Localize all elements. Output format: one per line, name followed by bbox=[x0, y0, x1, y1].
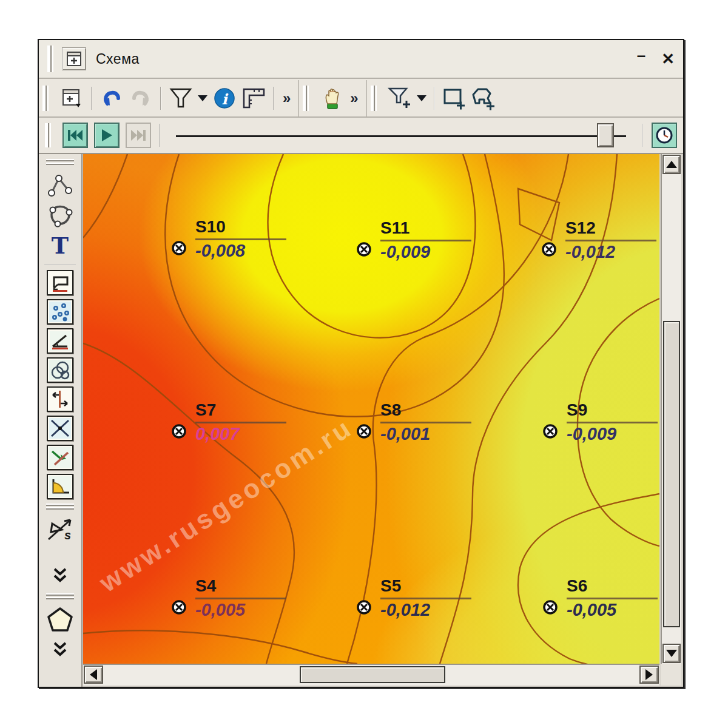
label-divider bbox=[380, 240, 471, 241]
survey-point-s12: S12-0,012 bbox=[541, 241, 557, 257]
toolbar-grip[interactable] bbox=[45, 123, 51, 148]
svg-text:s: s bbox=[64, 528, 71, 542]
point-marker-icon[interactable] bbox=[356, 241, 372, 257]
toolbar-grip[interactable] bbox=[47, 46, 53, 72]
label-divider bbox=[380, 598, 471, 599]
filter-icon[interactable] bbox=[168, 85, 194, 112]
label-divider bbox=[565, 240, 656, 241]
polygon-nodes-tool[interactable] bbox=[46, 201, 75, 229]
redo-icon[interactable] bbox=[128, 85, 153, 112]
toolbar-group-1: i » bbox=[39, 80, 299, 116]
window-title: Схема bbox=[96, 51, 140, 67]
undo-icon[interactable] bbox=[99, 85, 124, 112]
filter-dropdown-arrow[interactable] bbox=[198, 95, 207, 101]
point-marker-icon[interactable] bbox=[356, 599, 372, 615]
text-tool[interactable]: T bbox=[46, 232, 75, 260]
toolbar-grip[interactable] bbox=[371, 86, 377, 111]
survey-point-s9: S9-0,009 bbox=[542, 423, 558, 439]
horizontal-scrollbar[interactable] bbox=[83, 664, 659, 686]
toolbar-grip[interactable] bbox=[46, 159, 74, 166]
point-marker-icon[interactable] bbox=[171, 240, 187, 256]
point-marker-icon[interactable] bbox=[171, 423, 187, 439]
separator bbox=[91, 87, 92, 110]
point-name: S4 bbox=[195, 577, 298, 596]
scale-arrow-tool[interactable]: s bbox=[46, 516, 75, 544]
width-arrows-tool[interactable] bbox=[47, 386, 73, 412]
point-marker-icon[interactable] bbox=[356, 423, 372, 439]
play-button[interactable] bbox=[94, 123, 120, 148]
point-value: 0,007 bbox=[195, 424, 298, 444]
point-value: -0,009 bbox=[380, 242, 484, 262]
angle-arc-tool[interactable] bbox=[47, 474, 73, 499]
minimize-button[interactable]: – bbox=[637, 47, 645, 63]
contour-tool[interactable] bbox=[47, 270, 73, 295]
slider-track[interactable] bbox=[176, 135, 626, 137]
horizontal-scroll-thumb[interactable] bbox=[300, 666, 445, 683]
toolbar-grip[interactable] bbox=[46, 504, 74, 511]
pan-hand-icon[interactable] bbox=[319, 85, 345, 112]
separator bbox=[160, 87, 161, 110]
scroll-right-button[interactable] bbox=[639, 666, 659, 684]
separator bbox=[44, 264, 76, 265]
clock-button[interactable] bbox=[652, 123, 677, 148]
time-slider[interactable] bbox=[172, 118, 630, 153]
expand-chevrons-icon[interactable] bbox=[46, 562, 75, 590]
schema-window: Схема – ✕ i bbox=[38, 39, 684, 688]
polygon-select-add-icon[interactable] bbox=[471, 85, 496, 112]
skip-end-button[interactable] bbox=[126, 123, 151, 148]
rect-select-add-icon[interactable] bbox=[442, 85, 467, 112]
label-divider bbox=[567, 422, 658, 423]
angle-measure-tool[interactable] bbox=[47, 328, 73, 354]
survey-point-s7: S70,007 bbox=[171, 423, 187, 439]
info-icon[interactable]: i bbox=[212, 85, 237, 112]
point-name: S7 bbox=[195, 401, 298, 420]
point-name: S9 bbox=[567, 401, 659, 420]
points-cloud-tool[interactable] bbox=[47, 299, 73, 325]
point-name: S5 bbox=[380, 577, 484, 596]
pentagon-tool[interactable] bbox=[46, 605, 75, 633]
line-arrow-tool[interactable] bbox=[47, 445, 73, 470]
new-window-button[interactable] bbox=[59, 85, 84, 112]
survey-point-s4: S4-0,005 bbox=[171, 599, 187, 615]
circles-tool[interactable] bbox=[47, 357, 73, 383]
separator bbox=[159, 124, 160, 147]
vertical-scrollbar[interactable] bbox=[661, 154, 681, 664]
survey-point-s10: S10-0,008 bbox=[171, 240, 187, 256]
point-marker-icon[interactable] bbox=[542, 423, 558, 439]
vertical-scroll-thumb[interactable] bbox=[663, 321, 680, 627]
toolbar-grip[interactable] bbox=[46, 593, 74, 601]
scroll-down-button[interactable] bbox=[662, 644, 681, 663]
separator bbox=[273, 87, 274, 110]
scroll-left-button[interactable] bbox=[84, 666, 103, 684]
filter-add-icon[interactable] bbox=[387, 85, 413, 112]
separator bbox=[434, 87, 435, 110]
point-value: -0,001 bbox=[380, 424, 484, 444]
slider-thumb[interactable] bbox=[597, 123, 614, 147]
point-value: -0,012 bbox=[565, 242, 659, 262]
cross-tool[interactable] bbox=[47, 416, 73, 441]
expand-chevrons-icon[interactable] bbox=[46, 636, 75, 664]
more-chevron[interactable]: » bbox=[346, 90, 362, 107]
point-value: -0,005 bbox=[567, 600, 659, 620]
polyline-tool[interactable] bbox=[46, 171, 75, 199]
point-marker-icon[interactable] bbox=[542, 599, 558, 615]
map-canvas[interactable]: www.rusgeocom.ru S10-0,008 S11-0,009 S12… bbox=[83, 154, 659, 664]
point-marker-icon[interactable] bbox=[171, 599, 187, 615]
skip-start-button[interactable] bbox=[62, 123, 88, 148]
toolbar-group-3 bbox=[367, 80, 502, 116]
scroll-up-button[interactable] bbox=[662, 155, 681, 174]
playback-toolbar bbox=[39, 118, 683, 154]
point-value: -0,012 bbox=[380, 600, 484, 620]
toolbar-grip[interactable] bbox=[42, 86, 49, 111]
point-value: -0,009 bbox=[567, 424, 659, 444]
close-button[interactable]: ✕ bbox=[661, 51, 675, 67]
toolbar-grip[interactable] bbox=[303, 86, 309, 111]
ruler-corner-icon[interactable] bbox=[241, 85, 266, 112]
new-window-icon[interactable] bbox=[62, 47, 86, 70]
point-value: -0,008 bbox=[195, 241, 298, 261]
point-marker-icon[interactable] bbox=[541, 241, 557, 257]
filter-add-dropdown-arrow[interactable] bbox=[417, 95, 426, 101]
main-toolbar: i » » bbox=[39, 80, 683, 118]
more-chevron[interactable]: » bbox=[279, 90, 294, 107]
survey-point-s8: S8-0,001 bbox=[356, 423, 372, 439]
